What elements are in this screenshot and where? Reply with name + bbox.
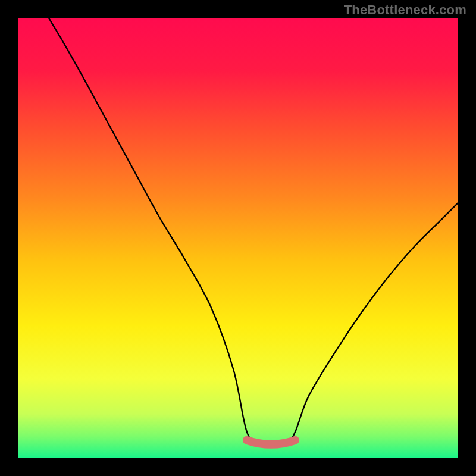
chart-svg <box>18 18 458 458</box>
chart-area <box>18 18 458 458</box>
watermark-text: TheBottleneck.com <box>344 2 466 18</box>
chart-frame: TheBottleneck.com <box>0 0 476 476</box>
optimal-range-marker <box>247 440 295 444</box>
